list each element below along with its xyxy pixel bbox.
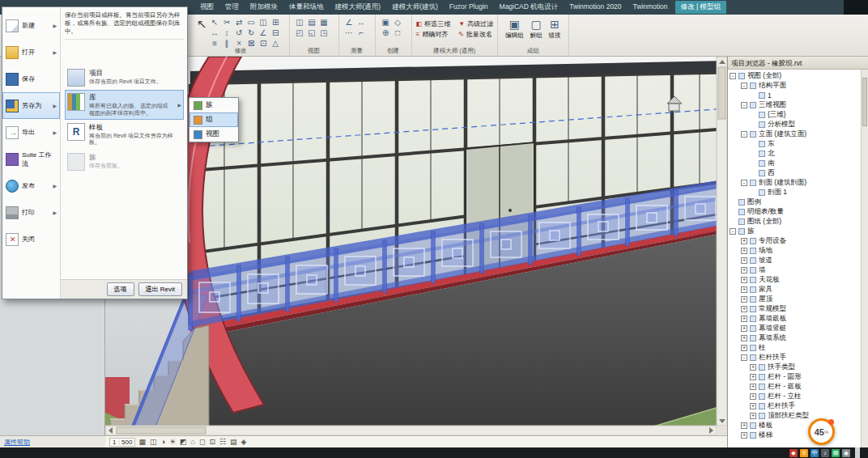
tree-expander[interactable]: + bbox=[750, 393, 756, 400]
tree-item[interactable]: - 栏杆扶手 bbox=[730, 353, 868, 363]
view-tool-icon[interactable]: ◰ bbox=[294, 28, 306, 38]
plugin-tool-button[interactable]: ▼ 高级过滤 bbox=[458, 19, 493, 28]
file-menu-item[interactable]: 导出 ▶ bbox=[2, 119, 60, 146]
tree-item[interactable]: + 坡道 bbox=[730, 256, 868, 265]
tree-expander[interactable]: + bbox=[750, 364, 756, 371]
flyout-option[interactable]: 族 bbox=[189, 98, 238, 112]
tree-expander[interactable]: - bbox=[730, 73, 736, 79]
tree-expander[interactable]: + bbox=[750, 384, 756, 390]
ribbon-tab[interactable]: 管理 bbox=[219, 1, 245, 14]
tree-item[interactable]: + 栏杆 - 立柱 bbox=[730, 392, 868, 401]
tree-item[interactable]: 明细表/数量 bbox=[730, 207, 868, 217]
tree-expander[interactable]: - bbox=[730, 228, 736, 235]
tree-item[interactable]: + 楼板 bbox=[730, 421, 868, 430]
plugin-tool-button[interactable]: ◧ 框选三维 bbox=[416, 19, 451, 28]
modify-tool-icon[interactable]: ∠ bbox=[257, 28, 270, 38]
tree-expander[interactable]: + bbox=[741, 422, 747, 429]
group-tool-button[interactable]: ⊞ 链接 bbox=[549, 18, 561, 40]
file-menu-item[interactable]: Suite 工作流 bbox=[2, 146, 60, 172]
tree-expander[interactable]: - bbox=[741, 354, 747, 361]
tray-icon[interactable]: S bbox=[800, 449, 808, 457]
tree-item[interactable]: 东 bbox=[730, 139, 868, 149]
tray-icon[interactable]: ◉ bbox=[842, 449, 850, 457]
tree-expander[interactable]: + bbox=[741, 277, 747, 283]
plugin-tool-button[interactable]: ✎ 批量改名 bbox=[458, 30, 493, 39]
plugin-tool-button[interactable]: ≡ 精确对齐 bbox=[416, 30, 451, 39]
save-as-option[interactable]: 库 将所有已载入的族、选定的组或视图的副本保存到库中。 ▶ bbox=[65, 90, 184, 120]
tray-icon[interactable]: 中 bbox=[811, 449, 819, 457]
tree-item[interactable]: + 幕墙系统 bbox=[730, 333, 868, 343]
file-menu-item[interactable]: 另存为 ▶ bbox=[2, 92, 60, 119]
tree-expander[interactable]: + bbox=[741, 267, 747, 274]
view-tool-icon[interactable]: ◱ bbox=[306, 28, 318, 38]
tree-expander[interactable]: - bbox=[741, 180, 747, 186]
ribbon-tab[interactable]: Fuzor Plugin bbox=[444, 1, 494, 14]
file-menu-item[interactable]: 保存 bbox=[2, 66, 60, 92]
tree-item[interactable]: 分析模型 bbox=[730, 120, 868, 129]
create-tool-icon[interactable]: ◇ bbox=[392, 17, 404, 28]
tree-item[interactable]: + 常规模型 bbox=[730, 304, 868, 314]
ribbon-tab[interactable]: 建模大师(建筑) bbox=[386, 1, 444, 14]
flyout-option[interactable]: 组 bbox=[189, 112, 238, 127]
view-tool-icon[interactable]: ▦ bbox=[318, 17, 330, 28]
view-control-icon[interactable]: ⌂ bbox=[191, 438, 195, 446]
tree-item[interactable]: - 剖面 (建筑剖面) bbox=[730, 178, 868, 188]
modify-tool-icon[interactable]: ⊞ bbox=[270, 17, 282, 28]
measure-tool-icon[interactable]: ⋯ bbox=[343, 28, 355, 38]
tree-item[interactable]: - 立面 (建筑立面) bbox=[730, 129, 868, 139]
flyout-option[interactable]: 视图 bbox=[189, 127, 238, 142]
exit-revit-button[interactable]: 退出 Revit bbox=[138, 282, 182, 296]
tree-item[interactable]: + 场地 bbox=[730, 246, 868, 256]
vertical-scrollbar[interactable] bbox=[717, 57, 727, 426]
tree-item[interactable]: + 墙 bbox=[730, 265, 868, 275]
tray-icon[interactable]: ◆ bbox=[789, 449, 798, 457]
ribbon-tab[interactable]: 附加模块 bbox=[245, 1, 283, 14]
tree-expander[interactable]: + bbox=[741, 335, 747, 341]
tree-item[interactable]: + 栏杆扶手 bbox=[730, 401, 868, 411]
tree-item[interactable]: + 柱 bbox=[730, 343, 868, 353]
view-control-icon[interactable]: ◑ bbox=[161, 438, 165, 446]
assistant-badge[interactable]: 45 % bbox=[808, 418, 835, 445]
contextual-tab[interactable]: 修改 | 模型组 bbox=[675, 1, 726, 14]
modify-tool-icon[interactable]: ⊟ bbox=[270, 28, 282, 38]
modify-tool-icon[interactable]: ◫ bbox=[257, 17, 270, 28]
tree-item[interactable]: 北 bbox=[730, 149, 868, 159]
modify-tool-icon[interactable]: ⇄ bbox=[233, 17, 245, 28]
tree-expander[interactable]: + bbox=[741, 248, 747, 254]
options-button[interactable]: 选项 bbox=[107, 282, 134, 296]
ribbon-tab[interactable]: Twinmotion bbox=[628, 1, 674, 14]
tree-expander[interactable]: + bbox=[750, 374, 756, 380]
save-as-option[interactable]: 族 保存当前族。 bbox=[65, 150, 184, 174]
tree-item[interactable]: + 天花板 bbox=[730, 275, 868, 285]
view-control-icon[interactable]: ◩ bbox=[180, 438, 187, 446]
view-control-icon[interactable]: ◫ bbox=[150, 438, 157, 446]
measure-tool-icon[interactable]: ⌐ bbox=[355, 28, 368, 38]
tree-item[interactable]: + 幕墙嵌板 bbox=[730, 314, 868, 324]
tree-expander[interactable]: + bbox=[741, 345, 747, 351]
select-arrow-icon[interactable]: ↖ bbox=[197, 17, 207, 49]
tree-item[interactable]: + 幕墙竖梃 bbox=[730, 324, 868, 333]
scale-button[interactable]: 1 : 500 bbox=[109, 438, 135, 447]
browser-scrollbar[interactable] bbox=[861, 70, 868, 447]
ribbon-tab[interactable]: 视图 bbox=[194, 1, 219, 14]
modify-tool-icon[interactable]: ↕ bbox=[221, 28, 233, 38]
ribbon-tab[interactable]: MagiCAD 机电设计 bbox=[494, 1, 564, 14]
group-tool-button[interactable]: ▣ 编辑组 bbox=[505, 18, 524, 40]
tree-expander[interactable]: + bbox=[741, 325, 747, 332]
modify-tool-icon[interactable]: ✂ bbox=[221, 17, 233, 28]
horizontal-scrollbar[interactable] bbox=[105, 426, 727, 435]
view-control-icon[interactable]: ☷ bbox=[219, 438, 226, 446]
tree-expander[interactable]: + bbox=[741, 286, 747, 293]
tree-expander[interactable]: + bbox=[741, 238, 747, 244]
view-control-icon[interactable]: ◻ bbox=[199, 438, 205, 446]
tray-icon[interactable]: ▤ bbox=[832, 449, 840, 457]
tree-item[interactable]: + 扶手类型 bbox=[730, 363, 868, 372]
view-control-icon[interactable]: ▦ bbox=[138, 438, 146, 446]
create-tool-icon[interactable]: ▣ bbox=[380, 17, 392, 28]
create-tool-icon[interactable]: ⊕ bbox=[380, 28, 392, 38]
file-menu-item[interactable]: 新建 ▶ bbox=[2, 12, 60, 39]
file-menu-item[interactable]: 发布 ▶ bbox=[2, 172, 60, 199]
tree-expander[interactable]: + bbox=[741, 296, 747, 303]
show-desktop-button[interactable] bbox=[855, 447, 860, 458]
modify-tool-icon[interactable]: ↖ bbox=[209, 17, 221, 28]
